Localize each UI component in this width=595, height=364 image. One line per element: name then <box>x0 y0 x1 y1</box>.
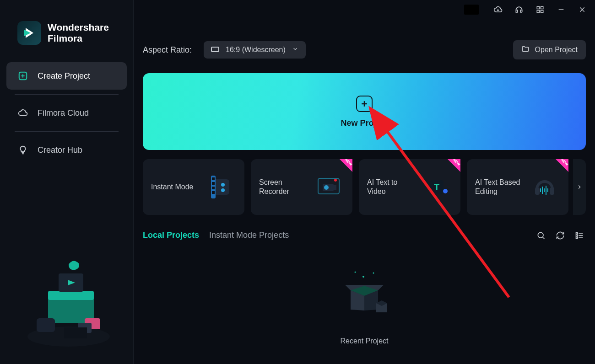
svg-rect-30 <box>212 191 215 194</box>
svg-point-40 <box>443 189 448 193</box>
svg-rect-28 <box>212 182 215 185</box>
aspect-ratio-group: Aspect Ratio: 16:9 (Widescreen) <box>143 41 306 59</box>
svg-rect-10 <box>37 318 55 332</box>
search-icon[interactable] <box>536 231 546 240</box>
app-name-line1: Wondershare <box>48 22 109 33</box>
open-project-button[interactable]: Open Project <box>513 40 586 59</box>
svg-point-58 <box>355 272 356 273</box>
new-badge <box>340 159 352 172</box>
new-badge <box>448 159 460 172</box>
sidebar-item-filmora-cloud[interactable]: Filmora Cloud <box>6 99 127 127</box>
tab-instant-mode-projects[interactable]: Instant Mode Projects <box>209 230 289 240</box>
empty-box-icon <box>332 263 396 329</box>
svg-point-37 <box>334 179 337 182</box>
projects-tools <box>536 231 584 240</box>
list-view-icon[interactable] <box>575 231 584 240</box>
svg-rect-22 <box>211 47 219 52</box>
refresh-icon[interactable] <box>556 231 565 240</box>
svg-rect-18 <box>541 11 543 13</box>
sidebar-item-creator-hub[interactable]: Creator Hub <box>6 136 127 164</box>
lightbulb-icon <box>17 145 28 155</box>
mode-card-label: Instant Mode <box>151 182 194 192</box>
headset-icon[interactable] <box>514 5 524 14</box>
text-cube-icon: T <box>419 170 454 204</box>
projects-tabs-row: Local Projects Instant Mode Projects <box>143 230 584 240</box>
title-bar-blackbox <box>464 5 479 15</box>
window-close-icon[interactable] <box>578 5 587 14</box>
svg-point-56 <box>362 276 364 278</box>
window-minimize-icon[interactable] <box>557 5 566 14</box>
svg-rect-42 <box>550 187 554 195</box>
plus-icon <box>356 96 373 112</box>
recent-project-label: Recent Project <box>341 337 389 345</box>
app-logo-text: Wondershare Filmora <box>48 22 109 44</box>
mode-card-screen-recorder[interactable]: Screen Recorder <box>251 159 352 215</box>
sidebar-divider <box>15 94 119 95</box>
sidebar-item-label: Creator Hub <box>38 145 82 155</box>
sidebar-item-label: Filmora Cloud <box>38 108 89 118</box>
sidebar: Wondershare Filmora Create Project <box>0 0 134 364</box>
mode-cards-next-button[interactable] <box>573 159 586 215</box>
sidebar-divider <box>15 131 119 132</box>
folder-icon <box>521 45 530 55</box>
svg-rect-52 <box>576 235 578 236</box>
svg-point-31 <box>221 183 225 187</box>
top-controls: Aspect Ratio: 16:9 (Widescreen) Open Pro… <box>134 19 595 59</box>
svg-text:T: T <box>434 182 439 192</box>
svg-rect-16 <box>541 6 543 9</box>
app-logo: Wondershare Filmora <box>6 18 127 59</box>
chevron-down-icon <box>292 46 298 54</box>
open-project-label: Open Project <box>535 46 578 54</box>
aspect-ratio-frame-icon <box>211 46 219 54</box>
apps-grid-icon[interactable] <box>536 5 545 14</box>
new-project-hero[interactable]: New Project <box>143 73 586 150</box>
sidebar-illustration <box>23 250 114 350</box>
svg-point-32 <box>221 188 225 192</box>
svg-rect-41 <box>535 187 540 195</box>
svg-rect-50 <box>576 232 578 234</box>
svg-rect-27 <box>212 177 215 180</box>
svg-rect-14 <box>64 333 87 338</box>
svg-rect-13 <box>64 327 87 333</box>
mode-card-label: Screen Recorder <box>259 178 309 196</box>
camera-icon <box>311 170 346 204</box>
app-logo-mark <box>17 21 41 45</box>
svg-rect-15 <box>537 6 539 9</box>
headphones-waveform-icon <box>527 170 562 204</box>
svg-rect-54 <box>576 237 578 238</box>
mode-card-label: AI Text to Video <box>367 178 417 196</box>
sidebar-item-label: Create Project <box>38 71 90 81</box>
svg-rect-17 <box>537 11 539 13</box>
svg-line-49 <box>543 237 545 239</box>
aspect-ratio-select[interactable]: 16:9 (Widescreen) <box>204 41 306 59</box>
svg-point-57 <box>373 273 374 274</box>
mode-card-ai-text-to-video[interactable]: AI Text to Video T <box>359 159 460 215</box>
film-reel-icon <box>203 170 238 204</box>
new-badge <box>556 159 568 172</box>
svg-rect-7 <box>48 291 94 300</box>
svg-rect-36 <box>333 185 336 190</box>
sidebar-item-create-project[interactable]: Create Project <box>6 62 127 90</box>
recent-project-empty: Recent Project <box>134 263 595 345</box>
aspect-ratio-value: 16:9 (Widescreen) <box>226 46 286 54</box>
projects-tabs: Local Projects Instant Mode Projects <box>143 230 289 240</box>
new-project-label: New Project <box>341 118 388 128</box>
main-area: Aspect Ratio: 16:9 (Widescreen) Open Pro… <box>134 0 595 364</box>
cloud-download-icon[interactable] <box>493 5 503 14</box>
svg-point-35 <box>324 185 329 190</box>
cloud-icon <box>17 107 28 118</box>
mode-card-ai-text-based-editing[interactable]: AI Text Based Editing <box>467 159 568 215</box>
tab-local-projects[interactable]: Local Projects <box>143 230 199 240</box>
mode-cards-row: Instant Mode Screen Recorder <box>143 159 586 215</box>
app-name-line2: Filmora <box>48 33 109 44</box>
mode-card-instant-mode[interactable]: Instant Mode <box>143 159 244 215</box>
title-bar <box>134 0 595 19</box>
aspect-ratio-label: Aspect Ratio: <box>143 45 192 55</box>
svg-rect-29 <box>212 187 215 189</box>
plus-square-icon <box>17 70 28 81</box>
sidebar-nav: Create Project Filmora Cloud <box>6 62 127 164</box>
svg-point-48 <box>538 232 543 238</box>
mode-card-label: AI Text Based Editing <box>475 178 525 196</box>
